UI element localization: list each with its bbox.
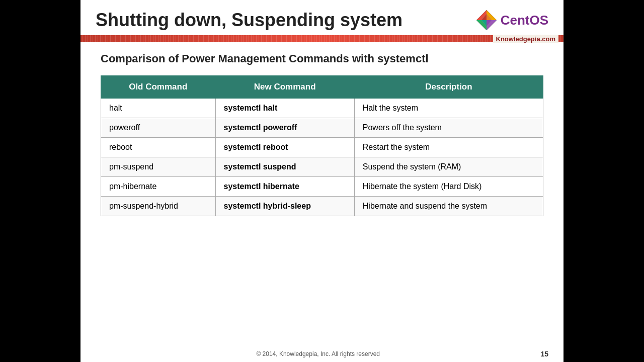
right-black-bar [564,0,644,362]
slide-header: Shutting down, Suspending system [80,0,564,31]
footer-text: © 2014, Knowledgepia, Inc. All rights re… [96,350,540,357]
centos-logo-text: CentOS [501,13,548,28]
col-header-desc: Description [354,76,543,99]
old-command-cell: pm-suspend [101,157,216,177]
description-cell: Halt the system [354,99,543,118]
table-row: pm-suspendsystemctl suspendSuspend the s… [101,157,543,177]
old-command-cell: pm-hibernate [101,177,216,197]
table-row: haltsystemctl haltHalt the system [101,99,543,118]
website-label: Knowledgepia.com [493,35,558,43]
old-command-cell: reboot [101,138,216,157]
old-command-cell: poweroff [101,118,216,138]
old-command-cell: halt [101,99,216,118]
col-header-new: New Command [215,76,354,99]
table-row: rebootsystemctl rebootRestart the system [101,138,543,157]
new-command-cell: systemctl hybrid-sleep [215,197,354,216]
slide-content: Comparison of Power Management Commands … [80,42,564,346]
table-row: poweroffsystemctl poweroffPowers off the… [101,118,543,138]
table-row: pm-hibernatesystemctl hibernateHibernate… [101,177,543,197]
description-cell: Hibernate and suspend the system [354,197,543,216]
table-row: pm-suspend-hybridsystemctl hybrid-sleepH… [101,197,543,216]
comparison-table: Old Command New Command Description halt… [101,75,543,216]
header-bar: Knowledgepia.com [80,35,564,42]
col-header-old: Old Command [101,76,216,99]
slide-footer: © 2014, Knowledgepia, Inc. All rights re… [80,346,564,362]
new-command-cell: systemctl poweroff [215,118,354,138]
description-cell: Powers off the system [354,118,543,138]
table-header-row: Old Command New Command Description [101,76,543,99]
page-number: 15 [540,350,548,358]
old-command-cell: pm-suspend-hybrid [101,197,216,216]
description-cell: Restart the system [354,138,543,157]
left-black-bar [0,0,80,362]
new-command-cell: systemctl halt [215,99,354,118]
new-command-cell: systemctl hibernate [215,177,354,197]
slide-title: Shutting down, Suspending system [96,10,403,31]
new-command-cell: systemctl suspend [215,157,354,177]
logo-container: CentOS [475,9,548,31]
description-cell: Hibernate the system (Hard Disk) [354,177,543,197]
centos-logo-icon [475,9,498,31]
description-cell: Suspend the system (RAM) [354,157,543,177]
section-heading: Comparison of Power Management Commands … [101,52,543,65]
new-command-cell: systemctl reboot [215,138,354,157]
